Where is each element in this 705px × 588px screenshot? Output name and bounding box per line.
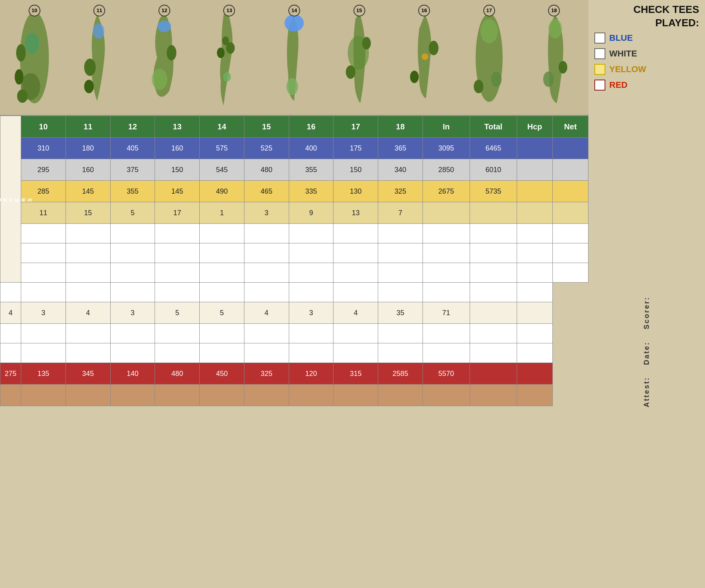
- p6-15[interactable]: [200, 343, 244, 363]
- p6-18[interactable]: [333, 343, 378, 363]
- p1-18[interactable]: [378, 224, 423, 243]
- p4-net[interactable]: [517, 283, 552, 302]
- p1-13[interactable]: [155, 224, 200, 243]
- p1-15[interactable]: [244, 224, 289, 243]
- p6-net[interactable]: [517, 343, 552, 363]
- p5-13[interactable]: [110, 324, 155, 343]
- p2-net[interactable]: [552, 243, 588, 263]
- white-12: 375: [110, 159, 155, 181]
- p5-total[interactable]: [423, 324, 470, 343]
- p4-10[interactable]: [0, 283, 21, 302]
- p5-15[interactable]: [200, 324, 244, 343]
- tee-checkbox-red[interactable]: [594, 80, 605, 91]
- p2-hcp[interactable]: [517, 243, 552, 263]
- p2-14[interactable]: [200, 243, 244, 263]
- p4-14[interactable]: [155, 283, 200, 302]
- p3-11[interactable]: [66, 263, 110, 283]
- p5-hcp[interactable]: [470, 324, 517, 343]
- tee-checkbox-white[interactable]: [594, 48, 605, 59]
- p4-13[interactable]: [110, 283, 155, 302]
- p6-total[interactable]: [423, 343, 470, 363]
- p4-hcp[interactable]: [470, 283, 517, 302]
- rb-10[interactable]: [0, 385, 21, 406]
- p2-11[interactable]: [66, 243, 110, 263]
- p4-total[interactable]: [423, 283, 470, 302]
- p3-14[interactable]: [200, 263, 244, 283]
- white-10: 295: [21, 159, 66, 181]
- p2-total[interactable]: [470, 243, 517, 263]
- rb-12[interactable]: [66, 385, 110, 406]
- p6-in[interactable]: [378, 343, 423, 363]
- p4-16[interactable]: [244, 283, 289, 302]
- red-net: [517, 363, 552, 385]
- rb-11[interactable]: [21, 385, 66, 406]
- rb-13[interactable]: [110, 385, 155, 406]
- row-white-yardages: 295 160 375 150 545 480 355 150 340 2850…: [0, 159, 588, 181]
- tee-checkbox-blue[interactable]: [594, 33, 605, 44]
- p2-18[interactable]: [378, 243, 423, 263]
- p3-15[interactable]: [244, 263, 289, 283]
- p5-17[interactable]: [289, 324, 333, 343]
- p1-17[interactable]: [333, 224, 378, 243]
- p1-net[interactable]: [552, 224, 588, 243]
- rb-hcp[interactable]: [470, 385, 517, 406]
- rb-16[interactable]: [244, 385, 289, 406]
- p5-11[interactable]: [21, 324, 66, 343]
- p3-hcp[interactable]: [517, 263, 552, 283]
- p2-15[interactable]: [244, 243, 289, 263]
- p2-in[interactable]: [423, 243, 470, 263]
- p6-14[interactable]: [155, 343, 200, 363]
- p4-in[interactable]: [378, 283, 423, 302]
- p5-net[interactable]: [517, 324, 552, 343]
- p6-13[interactable]: [110, 343, 155, 363]
- p1-12[interactable]: [110, 224, 155, 243]
- p4-11[interactable]: [21, 283, 66, 302]
- p1-in[interactable]: [423, 224, 470, 243]
- p3-16[interactable]: [289, 263, 333, 283]
- p2-12[interactable]: [110, 243, 155, 263]
- p4-15[interactable]: [200, 283, 244, 302]
- p1-10[interactable]: [21, 224, 66, 243]
- p5-16[interactable]: [244, 324, 289, 343]
- p2-17[interactable]: [333, 243, 378, 263]
- p5-18[interactable]: [333, 324, 378, 343]
- p6-17[interactable]: [289, 343, 333, 363]
- rb-in[interactable]: [378, 385, 423, 406]
- p6-12[interactable]: [66, 343, 110, 363]
- p3-total[interactable]: [470, 263, 517, 283]
- rb-15[interactable]: [200, 385, 244, 406]
- p5-in[interactable]: [378, 324, 423, 343]
- p3-in[interactable]: [423, 263, 470, 283]
- p2-13[interactable]: [155, 243, 200, 263]
- p5-14[interactable]: [155, 324, 200, 343]
- p3-12[interactable]: [110, 263, 155, 283]
- rb-total[interactable]: [423, 385, 470, 406]
- p1-total[interactable]: [470, 224, 517, 243]
- p6-16[interactable]: [244, 343, 289, 363]
- p4-17[interactable]: [289, 283, 333, 302]
- p6-11[interactable]: [21, 343, 66, 363]
- p5-12[interactable]: [66, 324, 110, 343]
- p3-17[interactable]: [333, 263, 378, 283]
- p6-hcp[interactable]: [470, 343, 517, 363]
- tee-checkbox-yellow[interactable]: [594, 64, 605, 75]
- p1-11[interactable]: [66, 224, 110, 243]
- p4-12[interactable]: [66, 283, 110, 302]
- p5-10[interactable]: [0, 324, 21, 343]
- red-hcp: [470, 363, 517, 385]
- p3-18[interactable]: [378, 263, 423, 283]
- p3-10[interactable]: [21, 263, 66, 283]
- rb-18[interactable]: [333, 385, 378, 406]
- p2-10[interactable]: [21, 243, 66, 263]
- p1-hcp[interactable]: [517, 224, 552, 243]
- rb-14[interactable]: [155, 385, 200, 406]
- p3-13[interactable]: [155, 263, 200, 283]
- p6-10[interactable]: [0, 343, 21, 363]
- p2-16[interactable]: [289, 243, 333, 263]
- p3-net[interactable]: [552, 263, 588, 283]
- p4-18[interactable]: [333, 283, 378, 302]
- rb-net[interactable]: [517, 385, 552, 406]
- rb-17[interactable]: [289, 385, 333, 406]
- p1-16[interactable]: [289, 224, 333, 243]
- p1-14[interactable]: [200, 224, 244, 243]
